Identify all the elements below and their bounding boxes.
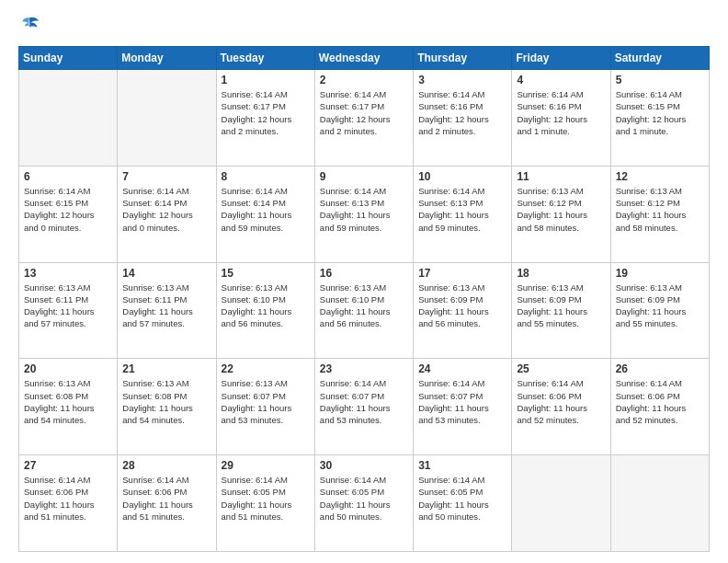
calendar-day-cell: 31Sunrise: 6:14 AM Sunset: 6:05 PM Dayli… xyxy=(414,455,512,552)
calendar-day-header: Friday xyxy=(512,47,610,70)
day-info: Sunrise: 6:14 AM Sunset: 6:17 PM Dayligh… xyxy=(320,88,408,137)
day-info: Sunrise: 6:14 AM Sunset: 6:15 PM Dayligh… xyxy=(616,88,704,137)
day-info: Sunrise: 6:13 AM Sunset: 6:11 PM Dayligh… xyxy=(122,282,210,330)
day-number: 3 xyxy=(418,74,506,86)
day-info: Sunrise: 6:13 AM Sunset: 6:12 PM Dayligh… xyxy=(616,185,704,234)
day-number: 16 xyxy=(320,267,408,280)
day-number: 13 xyxy=(24,267,112,280)
calendar-day-cell: 6Sunrise: 6:14 AM Sunset: 6:15 PM Daylig… xyxy=(19,166,118,262)
day-info: Sunrise: 6:14 AM Sunset: 6:13 PM Dayligh… xyxy=(418,185,506,234)
day-info: Sunrise: 6:14 AM Sunset: 6:05 PM Dayligh… xyxy=(222,474,310,523)
calendar-day-cell: 5Sunrise: 6:14 AM Sunset: 6:15 PM Daylig… xyxy=(610,70,709,167)
day-info: Sunrise: 6:13 AM Sunset: 6:09 PM Dayligh… xyxy=(418,282,506,330)
page: SundayMondayTuesdayWednesdayThursdayFrid… xyxy=(0,0,728,563)
day-info: Sunrise: 6:14 AM Sunset: 6:06 PM Dayligh… xyxy=(616,377,704,426)
day-number: 14 xyxy=(122,267,210,280)
calendar-day-cell: 19Sunrise: 6:13 AM Sunset: 6:09 PM Dayli… xyxy=(610,262,709,359)
day-info: Sunrise: 6:13 AM Sunset: 6:09 PM Dayligh… xyxy=(517,282,605,330)
calendar-week-row: 13Sunrise: 6:13 AM Sunset: 6:11 PM Dayli… xyxy=(19,262,710,359)
day-number: 1 xyxy=(222,74,310,86)
day-info: Sunrise: 6:13 AM Sunset: 6:08 PM Dayligh… xyxy=(24,377,112,426)
calendar-day-cell: 13Sunrise: 6:13 AM Sunset: 6:11 PM Dayli… xyxy=(19,262,118,359)
day-number: 24 xyxy=(418,362,506,375)
day-number: 25 xyxy=(517,362,605,375)
day-info: Sunrise: 6:14 AM Sunset: 6:16 PM Dayligh… xyxy=(418,88,506,137)
calendar-table: SundayMondayTuesdayWednesdayThursdayFrid… xyxy=(18,46,710,552)
calendar-week-row: 6Sunrise: 6:14 AM Sunset: 6:15 PM Daylig… xyxy=(19,166,710,262)
calendar-day-cell: 11Sunrise: 6:13 AM Sunset: 6:12 PM Dayli… xyxy=(512,166,610,262)
calendar-day-cell: 21Sunrise: 6:13 AM Sunset: 6:08 PM Dayli… xyxy=(118,359,216,455)
day-info: Sunrise: 6:14 AM Sunset: 6:07 PM Dayligh… xyxy=(418,377,506,426)
calendar-day-cell xyxy=(610,455,709,552)
calendar-day-header: Thursday xyxy=(414,47,512,70)
day-number: 10 xyxy=(418,170,506,183)
calendar-day-cell: 23Sunrise: 6:14 AM Sunset: 6:07 PM Dayli… xyxy=(314,359,413,455)
day-info: Sunrise: 6:13 AM Sunset: 6:12 PM Dayligh… xyxy=(517,185,605,234)
day-number: 2 xyxy=(320,74,408,86)
calendar-week-row: 1Sunrise: 6:14 AM Sunset: 6:17 PM Daylig… xyxy=(19,70,710,167)
logo xyxy=(18,15,44,37)
day-info: Sunrise: 6:14 AM Sunset: 6:17 PM Dayligh… xyxy=(222,88,310,137)
day-number: 6 xyxy=(24,170,112,183)
calendar-header-row: SundayMondayTuesdayWednesdayThursdayFrid… xyxy=(19,47,710,70)
day-number: 9 xyxy=(320,170,408,183)
calendar-day-cell: 10Sunrise: 6:14 AM Sunset: 6:13 PM Dayli… xyxy=(414,166,512,262)
day-number: 22 xyxy=(222,362,310,375)
calendar-day-cell: 15Sunrise: 6:13 AM Sunset: 6:10 PM Dayli… xyxy=(216,262,314,359)
day-info: Sunrise: 6:14 AM Sunset: 6:14 PM Dayligh… xyxy=(122,185,210,234)
calendar-day-header: Tuesday xyxy=(216,47,314,70)
calendar-day-header: Monday xyxy=(118,47,216,70)
day-number: 15 xyxy=(222,267,310,280)
day-number: 7 xyxy=(122,170,210,183)
day-info: Sunrise: 6:13 AM Sunset: 6:07 PM Dayligh… xyxy=(222,377,310,426)
calendar-day-header: Saturday xyxy=(610,47,709,70)
day-number: 12 xyxy=(616,170,704,183)
calendar-day-cell: 26Sunrise: 6:14 AM Sunset: 6:06 PM Dayli… xyxy=(610,359,709,455)
calendar-day-cell: 28Sunrise: 6:14 AM Sunset: 6:06 PM Dayli… xyxy=(118,455,216,552)
day-info: Sunrise: 6:13 AM Sunset: 6:09 PM Dayligh… xyxy=(616,282,704,330)
day-info: Sunrise: 6:13 AM Sunset: 6:11 PM Dayligh… xyxy=(24,282,112,330)
calendar-day-cell: 12Sunrise: 6:13 AM Sunset: 6:12 PM Dayli… xyxy=(610,166,709,262)
logo-bird-icon xyxy=(18,15,40,37)
day-number: 20 xyxy=(24,362,112,375)
calendar-day-header: Sunday xyxy=(19,47,118,70)
calendar-day-cell: 20Sunrise: 6:13 AM Sunset: 6:08 PM Dayli… xyxy=(19,359,118,455)
day-number: 28 xyxy=(122,459,210,472)
calendar-week-row: 20Sunrise: 6:13 AM Sunset: 6:08 PM Dayli… xyxy=(19,359,710,455)
calendar-day-cell: 1Sunrise: 6:14 AM Sunset: 6:17 PM Daylig… xyxy=(216,70,314,167)
day-info: Sunrise: 6:13 AM Sunset: 6:08 PM Dayligh… xyxy=(122,377,210,426)
day-number: 18 xyxy=(517,267,605,280)
day-number: 17 xyxy=(418,267,506,280)
calendar-day-cell: 9Sunrise: 6:14 AM Sunset: 6:13 PM Daylig… xyxy=(314,166,413,262)
calendar-day-cell: 22Sunrise: 6:13 AM Sunset: 6:07 PM Dayli… xyxy=(216,359,314,455)
day-info: Sunrise: 6:14 AM Sunset: 6:05 PM Dayligh… xyxy=(320,474,408,523)
header xyxy=(18,15,710,37)
calendar-day-cell: 4Sunrise: 6:14 AM Sunset: 6:16 PM Daylig… xyxy=(512,70,610,167)
calendar-day-cell: 3Sunrise: 6:14 AM Sunset: 6:16 PM Daylig… xyxy=(414,70,512,167)
day-number: 27 xyxy=(24,459,112,472)
day-number: 5 xyxy=(616,74,704,86)
day-info: Sunrise: 6:14 AM Sunset: 6:14 PM Dayligh… xyxy=(222,185,310,234)
calendar-week-row: 27Sunrise: 6:14 AM Sunset: 6:06 PM Dayli… xyxy=(19,455,710,552)
day-info: Sunrise: 6:14 AM Sunset: 6:07 PM Dayligh… xyxy=(320,377,408,426)
calendar-day-cell xyxy=(118,70,216,167)
day-number: 21 xyxy=(122,362,210,375)
day-info: Sunrise: 6:14 AM Sunset: 6:06 PM Dayligh… xyxy=(122,474,210,523)
day-number: 29 xyxy=(222,459,310,472)
calendar-day-cell: 25Sunrise: 6:14 AM Sunset: 6:06 PM Dayli… xyxy=(512,359,610,455)
calendar-day-cell: 30Sunrise: 6:14 AM Sunset: 6:05 PM Dayli… xyxy=(314,455,413,552)
day-number: 26 xyxy=(616,362,704,375)
day-info: Sunrise: 6:13 AM Sunset: 6:10 PM Dayligh… xyxy=(320,282,408,330)
calendar-day-cell: 2Sunrise: 6:14 AM Sunset: 6:17 PM Daylig… xyxy=(314,70,413,167)
day-number: 30 xyxy=(320,459,408,472)
calendar-day-cell: 24Sunrise: 6:14 AM Sunset: 6:07 PM Dayli… xyxy=(414,359,512,455)
day-info: Sunrise: 6:14 AM Sunset: 6:06 PM Dayligh… xyxy=(24,474,112,523)
calendar-day-cell: 17Sunrise: 6:13 AM Sunset: 6:09 PM Dayli… xyxy=(414,262,512,359)
calendar-day-cell: 7Sunrise: 6:14 AM Sunset: 6:14 PM Daylig… xyxy=(118,166,216,262)
calendar-day-cell xyxy=(512,455,610,552)
calendar-day-cell: 16Sunrise: 6:13 AM Sunset: 6:10 PM Dayli… xyxy=(314,262,413,359)
day-number: 19 xyxy=(616,267,704,280)
day-info: Sunrise: 6:14 AM Sunset: 6:06 PM Dayligh… xyxy=(517,377,605,426)
day-info: Sunrise: 6:14 AM Sunset: 6:05 PM Dayligh… xyxy=(418,474,506,523)
day-number: 23 xyxy=(320,362,408,375)
